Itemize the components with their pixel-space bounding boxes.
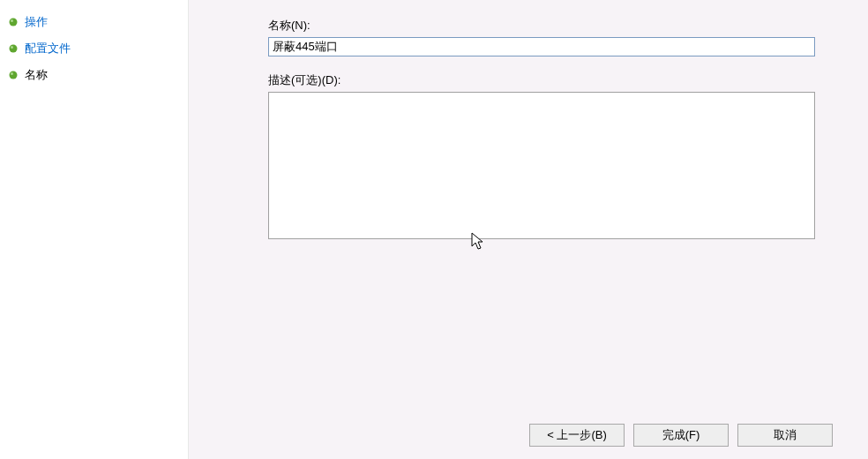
- name-label: 名称(N):: [268, 18, 815, 34]
- bullet-icon: [7, 69, 19, 81]
- sidebar-item-operation[interactable]: 操作: [0, 9, 188, 35]
- wizard-container: 操作 配置文件 名称 名称(N): 描述(可选)(D):: [0, 0, 868, 459]
- bullet-icon: [7, 16, 19, 28]
- finish-button[interactable]: 完成(F): [633, 424, 729, 447]
- back-button[interactable]: < 上一步(B): [529, 424, 625, 447]
- sidebar: 操作 配置文件 名称: [0, 0, 189, 459]
- svg-point-0: [10, 19, 18, 26]
- svg-point-2: [10, 45, 18, 53]
- sidebar-item-name[interactable]: 名称: [0, 62, 188, 88]
- sidebar-item-label: 操作: [25, 14, 48, 30]
- svg-point-3: [11, 46, 13, 49]
- button-row: < 上一步(B) 完成(F) 取消: [529, 424, 833, 447]
- bullet-icon: [7, 42, 19, 55]
- svg-point-4: [10, 71, 18, 79]
- name-input[interactable]: [268, 37, 815, 56]
- description-textarea[interactable]: [268, 92, 815, 239]
- sidebar-item-profile[interactable]: 配置文件: [0, 35, 188, 62]
- name-field-group: 名称(N):: [268, 18, 815, 56]
- svg-point-1: [11, 19, 13, 22]
- sidebar-item-label: 配置文件: [25, 41, 71, 56]
- description-field-group: 描述(可选)(D):: [268, 72, 815, 242]
- sidebar-item-label: 名称: [25, 67, 48, 83]
- svg-point-5: [11, 72, 13, 75]
- main-panel: 名称(N): 描述(可选)(D): < 上一步(B) 完成(F) 取消: [189, 0, 868, 459]
- description-label: 描述(可选)(D):: [268, 72, 815, 88]
- cancel-button[interactable]: 取消: [737, 424, 833, 447]
